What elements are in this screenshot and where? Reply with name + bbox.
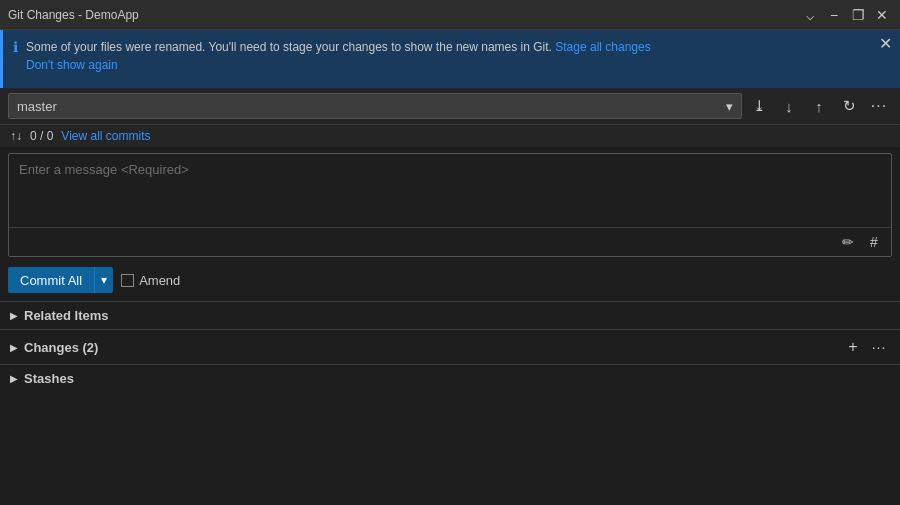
window-title: Git Changes - DemoApp [8, 8, 139, 22]
branch-row: master ▾ ⤓ ↓ ↑ ↻ ··· [0, 88, 900, 125]
pull-button[interactable]: ↓ [776, 93, 802, 119]
amend-label: Amend [139, 273, 180, 288]
changes-add-button[interactable]: + [842, 336, 864, 358]
banner-text: Some of your files were renamed. You'll … [26, 38, 890, 74]
changes-chevron: ▶ [10, 342, 18, 353]
stage-all-changes-link[interactable]: Stage all changes [555, 40, 650, 54]
restore-button[interactable]: ❐ [848, 5, 868, 25]
title-bar-left: Git Changes - DemoApp [8, 8, 139, 22]
branch-dropdown-icon: ▾ [726, 99, 733, 114]
view-all-commits-link[interactable]: View all commits [61, 129, 150, 143]
amend-checkbox[interactable] [121, 274, 134, 287]
fetch-icon: ⤓ [753, 97, 766, 115]
stashes-section: ▶ Stashes [0, 364, 900, 392]
hash-icon: # [870, 234, 878, 250]
minimize-icon: − [830, 7, 838, 23]
message-toolbar: ✏ # [9, 227, 891, 256]
title-bar-right: ⌵ − ❐ ✕ [800, 5, 892, 25]
push-button[interactable]: ↑ [806, 93, 832, 119]
dont-show-again-link[interactable]: Don't show again [26, 58, 118, 72]
hash-button[interactable]: # [863, 231, 885, 253]
actions-row: Commit All ▾ Amend [0, 263, 900, 301]
sync-button[interactable]: ↻ [836, 93, 862, 119]
related-items-header[interactable]: ▶ Related Items [0, 302, 900, 329]
stashes-title: Stashes [24, 371, 890, 386]
pencil-button[interactable]: ✏ [837, 231, 859, 253]
sync-icon: ↻ [843, 97, 856, 115]
banner-message: Some of your files were renamed. You'll … [26, 40, 552, 54]
banner-close-button[interactable]: ✕ [879, 36, 892, 52]
changes-more-icon: ··· [872, 339, 887, 355]
amend-group[interactable]: Amend [121, 273, 180, 288]
branch-selector[interactable]: master ▾ [8, 93, 742, 119]
branch-more-button[interactable]: ··· [866, 93, 892, 119]
branch-more-icon: ··· [871, 97, 887, 115]
commits-row: ↑↓ 0 / 0 View all commits [0, 125, 900, 147]
title-bar: Git Changes - DemoApp ⌵ − ❐ ✕ [0, 0, 900, 30]
related-items-section: ▶ Related Items [0, 301, 900, 329]
push-icon: ↑ [815, 98, 823, 115]
changes-header[interactable]: ▶ Changes (2) + ··· [0, 330, 900, 364]
stashes-header[interactable]: ▶ Stashes [0, 365, 900, 392]
commit-all-button[interactable]: Commit All [8, 267, 94, 293]
close-icon: ✕ [876, 7, 888, 23]
related-items-title: Related Items [24, 308, 890, 323]
commit-all-dropdown-button[interactable]: ▾ [94, 267, 113, 293]
pull-icon: ↓ [785, 98, 793, 115]
commit-all-dropdown-icon: ▾ [101, 273, 107, 287]
message-area: ✏ # [8, 153, 892, 257]
changes-more-button[interactable]: ··· [868, 336, 890, 358]
commits-arrows-icon: ↑↓ [10, 129, 22, 143]
changes-title: Changes (2) [24, 340, 842, 355]
changes-section: ▶ Changes (2) + ··· [0, 329, 900, 364]
info-banner: ℹ Some of your files were renamed. You'l… [0, 30, 900, 88]
related-items-chevron: ▶ [10, 310, 18, 321]
close-button[interactable]: ✕ [872, 5, 892, 25]
pencil-icon: ✏ [842, 234, 854, 250]
minimize-button[interactable]: − [824, 5, 844, 25]
changes-actions: + ··· [842, 336, 890, 358]
commit-message-input[interactable] [9, 154, 891, 224]
commits-count: 0 / 0 [30, 129, 53, 143]
branch-name: master [17, 99, 726, 114]
commit-all-button-group: Commit All ▾ [8, 267, 113, 293]
dropdown-arrow-icon: ⌵ [806, 7, 814, 23]
stashes-chevron: ▶ [10, 373, 18, 384]
fetch-button[interactable]: ⤓ [746, 93, 772, 119]
restore-icon: ❐ [852, 7, 865, 23]
info-icon: ℹ [13, 39, 18, 55]
changes-add-icon: + [848, 338, 857, 356]
dropdown-arrow-btn[interactable]: ⌵ [800, 5, 820, 25]
